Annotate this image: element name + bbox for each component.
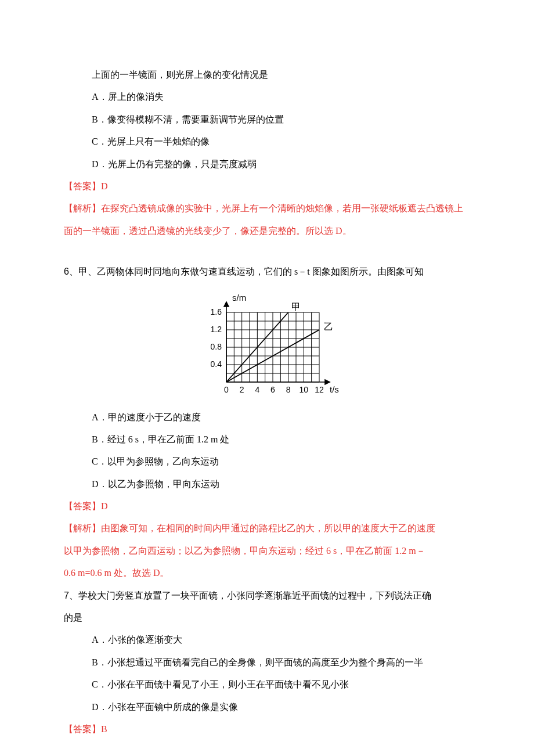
q7-option-d: D．小张在平面镜中所成的像是实像 — [64, 696, 470, 718]
x-tick-6: 6 — [270, 385, 275, 394]
q7-answer-value: B — [101, 724, 107, 734]
q7-option-b: B．小张想通过平面镜看完自己的全身像，则平面镜的高度至少为整个身高的一半 — [64, 651, 470, 674]
st-graph: 0.4 0.8 1.2 1.6 0 2 4 6 8 10 12 s/m t/s … — [192, 289, 342, 399]
q5-option-a: A．屏上的像消失 — [64, 86, 470, 108]
q6-answer: 【答案】D — [64, 495, 470, 517]
y-tick-08: 0.8 — [211, 342, 222, 351]
analysis-label: 【解析】 — [64, 203, 101, 213]
y-tick-16: 1.6 — [211, 307, 222, 316]
q7-stem-text1: 学校大门旁竖直放置了一块平面镜，小张同学逐渐靠近平面镜的过程中，下列说法正确 — [78, 591, 431, 600]
q6-option-b: B．经过 6 s，甲在乙前面 1.2 m 处 — [64, 429, 470, 451]
q6-analysis-line2: 以甲为参照物，乙向西运动；以乙为参照物，甲向东运动；经过 6 s，甲在乙前面 1… — [64, 540, 470, 562]
x-tick-4: 4 — [255, 385, 259, 394]
x-ticks: 0 2 4 6 8 10 12 — [224, 385, 324, 394]
q5-answer-value: D — [101, 181, 108, 191]
q5-analysis-text: 在探究凸透镜成像的实验中，光屏上有一个清晰的烛焰像，若用一张硬纸板遮去凸透镜上面… — [64, 203, 463, 235]
q6-chart: 0.4 0.8 1.2 1.6 0 2 4 6 8 10 12 s/m t/s … — [64, 289, 470, 399]
q7-option-a: A．小张的像逐渐变大 — [64, 629, 470, 651]
y-tick-12: 1.2 — [211, 325, 222, 334]
q5-option-c: C．光屏上只有一半烛焰的像 — [64, 131, 470, 153]
q6-number: 6、 — [64, 267, 78, 276]
q6-analysis-line3: 0.6 m=0.6 m 处。故选 D。 — [64, 562, 470, 584]
q5-analysis: 【解析】在探究凸透镜成像的实验中，光屏上有一个清晰的烛焰像，若用一张硬纸板遮去凸… — [64, 197, 470, 242]
x-tick-10: 10 — [300, 385, 309, 394]
q6-option-d: D．以乙为参照物，甲向东运动 — [64, 473, 470, 495]
x-tick-2: 2 — [240, 385, 244, 394]
answer-label: 【答案】 — [64, 724, 101, 734]
x-tick-8: 8 — [286, 385, 291, 394]
q5-answer: 【答案】D — [64, 175, 470, 197]
x-axis-label: t/s — [330, 384, 339, 394]
q6-stem-text: 甲、乙两物体同时同地向东做匀速直线运动，它们的 s－t 图象如图所示。由图象可知 — [78, 267, 424, 276]
q5-option-d: D．光屏上仍有完整的像，只是亮度减弱 — [64, 153, 470, 175]
q6-option-c: C．以甲为参照物，乙向东运动 — [64, 451, 470, 473]
q5-option-b: B．像变得模糊不清，需要重新调节光屏的位置 — [64, 109, 470, 131]
x-tick-12: 12 — [315, 385, 324, 394]
y-ticks: 0.4 0.8 1.2 1.6 — [211, 307, 222, 369]
q7-number: 7、 — [64, 591, 78, 600]
grid — [226, 312, 319, 382]
answer-label: 【答案】 — [64, 181, 101, 191]
q6-option-a: A．甲的速度小于乙的速度 — [64, 406, 470, 429]
q5-stem-tail: 上面的一半镜面，则光屏上像的变化情况是 — [64, 64, 470, 86]
label-jia: 甲 — [291, 302, 301, 312]
spacer — [64, 242, 470, 261]
q6-stem: 6、甲、乙两物体同时同地向东做匀速直线运动，它们的 s－t 图象如图所示。由图象… — [64, 261, 470, 283]
svg-marker-25 — [224, 302, 229, 307]
q6-analysis-text1: 由图象可知，在相同的时间内甲通过的路程比乙的大，所以甲的速度大于乙的速度 — [101, 523, 435, 533]
answer-label: 【答案】 — [64, 501, 101, 511]
x-tick-0: 0 — [224, 385, 229, 394]
y-axis-label: s/m — [232, 293, 246, 303]
q6-answer-value: D — [101, 501, 108, 511]
axes — [224, 302, 330, 384]
q7-stem-line1: 7、学校大门旁竖直放置了一块平面镜，小张同学逐渐靠近平面镜的过程中，下列说法正确 — [64, 585, 470, 607]
label-yi: 乙 — [324, 322, 333, 332]
q7-option-c: C．小张在平面镜中看见了小王，则小王在平面镜中看不见小张 — [64, 674, 470, 696]
q7-stem-line2: 的是 — [64, 607, 470, 629]
analysis-label: 【解析】 — [64, 523, 101, 533]
svg-marker-23 — [325, 380, 330, 384]
q6-analysis-line1: 【解析】由图象可知，在相同的时间内甲通过的路程比乙的大，所以甲的速度大于乙的速度 — [64, 517, 470, 539]
q7-answer: 【答案】B — [64, 718, 470, 740]
y-tick-04: 0.4 — [211, 359, 222, 369]
